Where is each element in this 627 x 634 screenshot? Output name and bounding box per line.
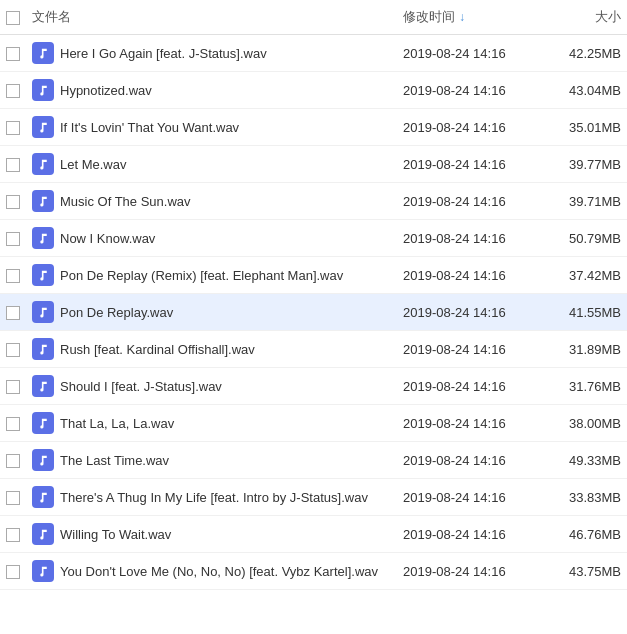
- table-row[interactable]: You Don't Love Me (No, No, No) [feat. Vy…: [0, 553, 627, 590]
- table-row[interactable]: Willing To Wait.wav 2019-08-24 14:16 46.…: [0, 516, 627, 553]
- row-date-cell: 2019-08-24 14:16: [397, 368, 547, 405]
- table-row[interactable]: That La, La, La.wav 2019-08-24 14:16 38.…: [0, 405, 627, 442]
- row-size-cell: 37.42MB: [547, 257, 627, 294]
- file-date: 2019-08-24 14:16: [403, 342, 506, 357]
- file-date: 2019-08-24 14:16: [403, 379, 506, 394]
- file-date: 2019-08-24 14:16: [403, 194, 506, 209]
- row-date-cell: 2019-08-24 14:16: [397, 405, 547, 442]
- row-checkbox-cell: [0, 331, 26, 368]
- row-size-cell: 41.55MB: [547, 294, 627, 331]
- music-note-svg: [37, 158, 50, 171]
- music-file-icon: [32, 338, 54, 360]
- row-size-cell: 39.77MB: [547, 146, 627, 183]
- music-note-svg: [37, 565, 50, 578]
- music-note-svg: [37, 417, 50, 430]
- row-name-cell: Rush [feat. Kardinal Offishall].wav: [26, 331, 397, 368]
- music-file-icon: [32, 412, 54, 434]
- row-checkbox[interactable]: [6, 565, 20, 579]
- file-size: 50.79MB: [569, 231, 621, 246]
- row-size-cell: 42.25MB: [547, 35, 627, 72]
- sort-arrow-icon: ↓: [459, 10, 465, 24]
- row-checkbox[interactable]: [6, 158, 20, 172]
- row-size-cell: 31.76MB: [547, 368, 627, 405]
- table-row[interactable]: Should I [feat. J-Status].wav 2019-08-24…: [0, 368, 627, 405]
- header-checkbox-col: [0, 0, 26, 35]
- row-checkbox-cell: [0, 146, 26, 183]
- file-size: 43.75MB: [569, 564, 621, 579]
- row-checkbox[interactable]: [6, 232, 20, 246]
- row-name-cell: Let Me.wav: [26, 146, 397, 183]
- row-checkbox-cell: [0, 294, 26, 331]
- file-name-text: Music Of The Sun.wav: [60, 194, 191, 209]
- header-size[interactable]: 大小: [547, 0, 627, 35]
- row-checkbox[interactable]: [6, 121, 20, 135]
- row-checkbox[interactable]: [6, 380, 20, 394]
- music-note-svg: [37, 306, 50, 319]
- table-row[interactable]: The Last Time.wav 2019-08-24 14:16 49.33…: [0, 442, 627, 479]
- row-checkbox-cell: [0, 220, 26, 257]
- header-date-label: 修改时间: [403, 8, 455, 26]
- row-checkbox-cell: [0, 109, 26, 146]
- row-checkbox[interactable]: [6, 491, 20, 505]
- music-file-icon: [32, 375, 54, 397]
- music-file-icon: [32, 42, 54, 64]
- music-note-svg: [37, 380, 50, 393]
- row-name-cell: Pon De Replay.wav: [26, 294, 397, 331]
- row-date-cell: 2019-08-24 14:16: [397, 35, 547, 72]
- row-size-cell: 43.75MB: [547, 553, 627, 590]
- row-name-cell: Willing To Wait.wav: [26, 516, 397, 553]
- row-name-cell: Here I Go Again [feat. J-Status].wav: [26, 35, 397, 72]
- file-size: 38.00MB: [569, 416, 621, 431]
- row-checkbox-cell: [0, 35, 26, 72]
- row-checkbox[interactable]: [6, 528, 20, 542]
- table-row[interactable]: There's A Thug In My Life [feat. Intro b…: [0, 479, 627, 516]
- row-checkbox[interactable]: [6, 47, 20, 61]
- row-size-cell: 46.76MB: [547, 516, 627, 553]
- row-name-cell: That La, La, La.wav: [26, 405, 397, 442]
- header-date[interactable]: 修改时间 ↓: [397, 0, 547, 35]
- row-checkbox[interactable]: [6, 195, 20, 209]
- row-checkbox-cell: [0, 405, 26, 442]
- row-date-cell: 2019-08-24 14:16: [397, 183, 547, 220]
- file-size: 39.71MB: [569, 194, 621, 209]
- row-date-cell: 2019-08-24 14:16: [397, 331, 547, 368]
- row-date-cell: 2019-08-24 14:16: [397, 442, 547, 479]
- select-all-checkbox[interactable]: [6, 11, 20, 25]
- table-row[interactable]: Music Of The Sun.wav 2019-08-24 14:16 39…: [0, 183, 627, 220]
- file-name-text: The Last Time.wav: [60, 453, 169, 468]
- music-note-svg: [37, 84, 50, 97]
- row-checkbox[interactable]: [6, 84, 20, 98]
- table-row[interactable]: Pon De Replay.wav 2019-08-24 14:16 41.55…: [0, 294, 627, 331]
- row-checkbox-cell: [0, 72, 26, 109]
- file-name-text: If It's Lovin' That You Want.wav: [60, 120, 239, 135]
- file-size: 49.33MB: [569, 453, 621, 468]
- file-name-text: Now I Know.wav: [60, 231, 155, 246]
- row-checkbox[interactable]: [6, 269, 20, 283]
- table-row[interactable]: Here I Go Again [feat. J-Status].wav 201…: [0, 35, 627, 72]
- table-row[interactable]: If It's Lovin' That You Want.wav 2019-08…: [0, 109, 627, 146]
- table-row[interactable]: Let Me.wav 2019-08-24 14:16 39.77MB: [0, 146, 627, 183]
- header-name[interactable]: 文件名: [26, 0, 397, 35]
- row-checkbox[interactable]: [6, 343, 20, 357]
- file-size: 35.01MB: [569, 120, 621, 135]
- table-row[interactable]: Rush [feat. Kardinal Offishall].wav 2019…: [0, 331, 627, 368]
- music-file-icon: [32, 116, 54, 138]
- row-size-cell: 49.33MB: [547, 442, 627, 479]
- row-checkbox-cell: [0, 442, 26, 479]
- row-date-cell: 2019-08-24 14:16: [397, 479, 547, 516]
- table-row[interactable]: Now I Know.wav 2019-08-24 14:16 50.79MB: [0, 220, 627, 257]
- music-file-icon: [32, 523, 54, 545]
- file-size: 37.42MB: [569, 268, 621, 283]
- row-checkbox-cell: [0, 479, 26, 516]
- row-size-cell: 31.89MB: [547, 331, 627, 368]
- row-checkbox-cell: [0, 368, 26, 405]
- row-checkbox[interactable]: [6, 306, 20, 320]
- row-checkbox[interactable]: [6, 417, 20, 431]
- file-size: 41.55MB: [569, 305, 621, 320]
- row-checkbox[interactable]: [6, 454, 20, 468]
- row-date-cell: 2019-08-24 14:16: [397, 553, 547, 590]
- file-size: 31.76MB: [569, 379, 621, 394]
- table-row[interactable]: Hypnotized.wav 2019-08-24 14:16 43.04MB: [0, 72, 627, 109]
- table-row[interactable]: Pon De Replay (Remix) [feat. Elephant Ma…: [0, 257, 627, 294]
- file-date: 2019-08-24 14:16: [403, 231, 506, 246]
